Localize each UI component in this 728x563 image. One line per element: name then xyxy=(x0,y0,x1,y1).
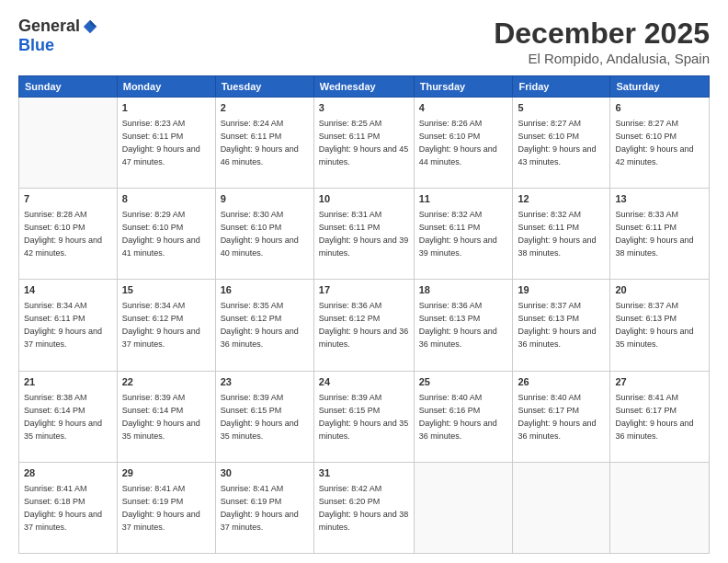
header-thursday: Thursday xyxy=(414,76,513,98)
logo-icon xyxy=(82,18,98,35)
location-title: El Rompido, Andalusia, Spain xyxy=(494,51,710,66)
cell-w3-d6: 19 Sunrise: 8:37 AMSunset: 6:13 PMDaylig… xyxy=(513,280,610,371)
header-friday: Friday xyxy=(513,76,610,98)
weekday-header-row: Sunday Monday Tuesday Wednesday Thursday… xyxy=(19,76,710,98)
cell-w3-d5: 18 Sunrise: 8:36 AMSunset: 6:13 PMDaylig… xyxy=(414,280,513,371)
cell-w1-d7: 6 Sunrise: 8:27 AMSunset: 6:10 PMDayligh… xyxy=(610,98,710,189)
cell-w4-d1: 21 Sunrise: 8:38 AMSunset: 6:14 PMDaylig… xyxy=(19,371,118,462)
header-tuesday: Tuesday xyxy=(215,76,313,98)
header-monday: Monday xyxy=(117,76,215,98)
cell-w2-d5: 11 Sunrise: 8:32 AMSunset: 6:11 PMDaylig… xyxy=(414,189,513,280)
week-row-4: 21 Sunrise: 8:38 AMSunset: 6:14 PMDaylig… xyxy=(19,371,710,462)
week-row-5: 28 Sunrise: 8:41 AMSunset: 6:18 PMDaylig… xyxy=(19,462,710,553)
logo: General Blue xyxy=(18,17,98,55)
cell-w1-d1 xyxy=(19,98,118,189)
cell-w5-d5 xyxy=(414,462,513,553)
cell-w1-d2: 1 Sunrise: 8:23 AMSunset: 6:11 PMDayligh… xyxy=(117,98,215,189)
cell-w5-d2: 29 Sunrise: 8:41 AMSunset: 6:19 PMDaylig… xyxy=(117,462,215,553)
week-row-1: 1 Sunrise: 8:23 AMSunset: 6:11 PMDayligh… xyxy=(19,98,710,189)
header-sunday: Sunday xyxy=(19,76,118,98)
cell-w3-d3: 16 Sunrise: 8:35 AMSunset: 6:12 PMDaylig… xyxy=(215,280,313,371)
calendar-table: Sunday Monday Tuesday Wednesday Thursday… xyxy=(18,75,710,554)
title-block: December 2025 El Rompido, Andalusia, Spa… xyxy=(494,17,710,66)
cell-w2-d7: 13 Sunrise: 8:33 AMSunset: 6:11 PMDaylig… xyxy=(610,189,710,280)
cell-w1-d6: 5 Sunrise: 8:27 AMSunset: 6:10 PMDayligh… xyxy=(513,98,610,189)
logo-text: General xyxy=(18,17,98,36)
cell-w3-d7: 20 Sunrise: 8:37 AMSunset: 6:13 PMDaylig… xyxy=(610,280,710,371)
cell-w3-d2: 15 Sunrise: 8:34 AMSunset: 6:12 PMDaylig… xyxy=(117,280,215,371)
cell-w1-d3: 2 Sunrise: 8:24 AMSunset: 6:11 PMDayligh… xyxy=(215,98,313,189)
cell-w5-d4: 31 Sunrise: 8:42 AMSunset: 6:20 PMDaylig… xyxy=(313,462,414,553)
month-title: December 2025 xyxy=(494,17,710,51)
cell-w4-d3: 23 Sunrise: 8:39 AMSunset: 6:15 PMDaylig… xyxy=(215,371,313,462)
cell-w2-d2: 8 Sunrise: 8:29 AMSunset: 6:10 PMDayligh… xyxy=(117,189,215,280)
cell-w2-d3: 9 Sunrise: 8:30 AMSunset: 6:10 PMDayligh… xyxy=(215,189,313,280)
header-saturday: Saturday xyxy=(610,76,710,98)
cell-w5-d3: 30 Sunrise: 8:41 AMSunset: 6:19 PMDaylig… xyxy=(215,462,313,553)
cell-w2-d1: 7 Sunrise: 8:28 AMSunset: 6:10 PMDayligh… xyxy=(19,189,118,280)
cell-w5-d6 xyxy=(513,462,610,553)
cell-w1-d4: 3 Sunrise: 8:25 AMSunset: 6:11 PMDayligh… xyxy=(313,98,414,189)
logo-general: General xyxy=(18,17,80,36)
calendar-page: General Blue December 2025 El Rompido, A… xyxy=(0,0,728,563)
cell-w1-d5: 4 Sunrise: 8:26 AMSunset: 6:10 PMDayligh… xyxy=(414,98,513,189)
cell-w2-d6: 12 Sunrise: 8:32 AMSunset: 6:11 PMDaylig… xyxy=(513,189,610,280)
cell-w3-d1: 14 Sunrise: 8:34 AMSunset: 6:11 PMDaylig… xyxy=(19,280,118,371)
week-row-2: 7 Sunrise: 8:28 AMSunset: 6:10 PMDayligh… xyxy=(19,189,710,280)
cell-w5-d7 xyxy=(610,462,710,553)
cell-w3-d4: 17 Sunrise: 8:36 AMSunset: 6:12 PMDaylig… xyxy=(313,280,414,371)
cell-w2-d4: 10 Sunrise: 8:31 AMSunset: 6:11 PMDaylig… xyxy=(313,189,414,280)
cell-w4-d7: 27 Sunrise: 8:41 AMSunset: 6:17 PMDaylig… xyxy=(610,371,710,462)
cell-w4-d4: 24 Sunrise: 8:39 AMSunset: 6:15 PMDaylig… xyxy=(313,371,414,462)
cell-w5-d1: 28 Sunrise: 8:41 AMSunset: 6:18 PMDaylig… xyxy=(19,462,118,553)
cell-w4-d2: 22 Sunrise: 8:39 AMSunset: 6:14 PMDaylig… xyxy=(117,371,215,462)
header: General Blue December 2025 El Rompido, A… xyxy=(18,17,710,66)
cell-w4-d5: 25 Sunrise: 8:40 AMSunset: 6:16 PMDaylig… xyxy=(414,371,513,462)
logo-blue: Blue xyxy=(18,36,54,54)
week-row-3: 14 Sunrise: 8:34 AMSunset: 6:11 PMDaylig… xyxy=(19,280,710,371)
cell-w4-d6: 26 Sunrise: 8:40 AMSunset: 6:17 PMDaylig… xyxy=(513,371,610,462)
header-wednesday: Wednesday xyxy=(313,76,414,98)
